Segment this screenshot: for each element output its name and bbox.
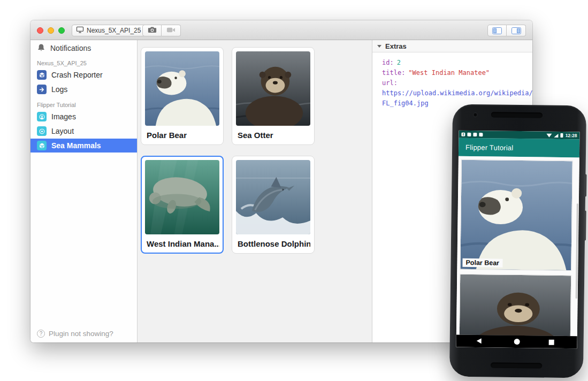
data-row-id: id:2 [382, 58, 532, 68]
sidebar-item-logs[interactable]: Logs [30, 82, 137, 96]
data-key: url [382, 79, 394, 87]
card-title: West Indian Mana... [145, 239, 219, 248]
extras-title: Extras [385, 42, 407, 50]
arrow-right-icon [37, 85, 47, 94]
sidebar-item-label: Images [51, 112, 76, 121]
cube-icon [37, 141, 47, 150]
status-clock: 12:28 [566, 133, 577, 138]
cube-icon [37, 70, 47, 80]
data-separator: : [401, 69, 405, 77]
panel-toggles [487, 25, 526, 36]
data-value: FL_fig04.jpg [382, 100, 429, 107]
app-bar-title: Flipper Tutorial [465, 143, 513, 151]
wifi-icon [547, 133, 552, 137]
card-title: Sea Otter [236, 131, 310, 140]
sidebar-section-device: Nexus_5X_API_25 [37, 60, 131, 66]
capture-buttons [142, 25, 181, 36]
panel-right-icon [511, 27, 521, 34]
battery-icon [561, 133, 563, 138]
sidebar-item-label: Sea Mammals [51, 141, 101, 150]
message-notification-icon [467, 132, 471, 136]
target-icon [37, 126, 47, 136]
earpiece-speaker [491, 112, 543, 118]
plugin-help-label: Plugin not showing? [49, 330, 113, 338]
device-selector-label: Nexus_5X_API_25 [87, 27, 141, 34]
toggle-left-panel-button[interactable] [487, 25, 507, 36]
bottom-speaker [491, 362, 542, 368]
sidebar-item-images[interactable]: Images [30, 110, 137, 124]
polar-bear-image [145, 51, 219, 126]
sidebar: Notifications Nexus_5X_API_25 Crash Repo… [30, 40, 138, 342]
screen-record-button[interactable] [162, 25, 181, 36]
sidebar-item-label: Logs [51, 85, 67, 94]
phone-card-sea-otter [459, 274, 571, 337]
app-notification-icon [479, 133, 483, 136]
sidebar-item-sea-mammals[interactable]: Sea Mammals [30, 139, 137, 153]
card-west-indian-manatee[interactable]: West Indian Mana... [141, 156, 224, 254]
camera-icon [148, 26, 157, 35]
phone-scrollbar [576, 203, 578, 299]
android-phone-mockup: f 12:28 Flipper Tutorial [449, 104, 586, 378]
extras-header[interactable]: Extras [372, 40, 532, 52]
message-notification-icon [473, 132, 477, 136]
card-bottlenose-dolphin[interactable]: Bottlenose Dolphin [232, 156, 315, 254]
facebook-notification-icon: f [461, 132, 465, 136]
sidebar-item-crash-reporter[interactable]: Crash Reporter [30, 68, 137, 82]
data-value: 2 [397, 59, 401, 66]
phone-card-label: Polar Bear [462, 258, 502, 268]
sidebar-section-app: Flipper Tutorial [37, 102, 131, 108]
monitor-icon [76, 26, 84, 35]
sidebar-item-label: Crash Reporter [51, 71, 103, 79]
card-sea-otter[interactable]: Sea Otter [232, 47, 315, 145]
phone-list: Polar Bear [456, 156, 579, 337]
zoom-icon[interactable] [58, 27, 65, 34]
sidebar-item-label: Notifications [50, 44, 91, 52]
data-key: id [382, 59, 390, 66]
cell-signal-icon [554, 133, 559, 137]
phone-screen: f 12:28 Flipper Tutorial [456, 131, 580, 349]
screenshot-button[interactable] [142, 25, 162, 36]
data-row-title: title:"West Indian Manatee" [382, 68, 532, 78]
question-circle-icon: ? [37, 330, 45, 338]
plugin-help-link[interactable]: ? Plugin not showing? [37, 330, 113, 338]
data-row-url-value1: https://upload.wikimedia.org/wikipedia/c… [382, 88, 532, 98]
panel-left-icon [492, 27, 502, 34]
data-value: "West Indian Manatee" [408, 69, 490, 77]
user-circle-icon [37, 112, 47, 121]
manatee-image [145, 160, 219, 234]
recents-icon [549, 339, 554, 345]
sidebar-item-label: Layout [51, 127, 74, 135]
card-title: Bottlenose Dolphin [236, 239, 310, 248]
sidebar-item-layout[interactable]: Layout [30, 124, 137, 138]
triangle-down-icon [377, 45, 381, 48]
data-key: title [382, 69, 401, 77]
close-icon[interactable] [37, 27, 43, 34]
device-selector-button[interactable]: Nexus_5X_API_25 [72, 25, 146, 36]
dolphin-image [236, 160, 310, 234]
volume-button [584, 211, 586, 241]
android-app-bar: Flipper Tutorial [459, 138, 579, 158]
android-nav-bar [456, 335, 577, 349]
sidebar-item-notifications[interactable]: Notifications [30, 42, 137, 55]
bell-icon [37, 43, 45, 54]
data-separator: : [394, 79, 398, 87]
card-title: Polar Bear [145, 131, 219, 140]
titlebar: Nexus_5X_API_25 [30, 20, 532, 40]
front-camera-icon [473, 112, 478, 117]
data-value: https://upload.wikimedia.org/wikipedia/c… [382, 89, 532, 97]
home-icon [514, 339, 520, 345]
data-row-url: url: [382, 78, 532, 88]
minimize-icon[interactable] [48, 27, 54, 34]
video-camera-icon [166, 26, 175, 35]
sea-otter-image [236, 51, 310, 126]
power-button [584, 174, 587, 197]
sea-mammals-grid: Polar Bear [138, 40, 372, 342]
card-polar-bear[interactable]: Polar Bear [141, 47, 224, 145]
data-separator: : [390, 59, 393, 66]
phone-card-polar-bear: Polar Bear [460, 159, 573, 271]
extras-data-inspector: id:2 title:"West Indian Manatee" url: ht… [372, 52, 532, 109]
back-icon [477, 338, 482, 344]
toggle-right-panel-button[interactable] [507, 25, 526, 36]
page: Nexus_5X_API_25 [0, 0, 588, 381]
